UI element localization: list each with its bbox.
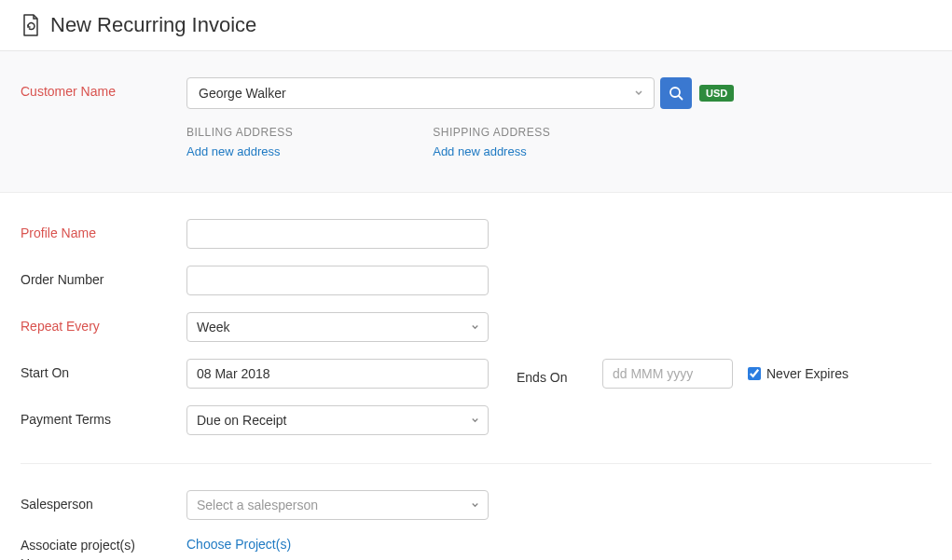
customer-section: Customer Name George Walker USD BILLING … xyxy=(0,51,952,193)
salesperson-select[interactable]: Select a salesperson xyxy=(186,490,489,520)
recurring-invoice-icon xyxy=(21,14,41,36)
salesperson-label: Salesperson xyxy=(21,490,186,512)
billing-address-heading: BILLING ADDRESS xyxy=(186,126,293,139)
repeat-every-value: Week xyxy=(197,320,230,335)
profile-name-input[interactable] xyxy=(186,219,489,249)
main-section: Profile Name Order Number Repeat Every W… xyxy=(0,193,952,560)
repeat-every-select[interactable]: Week xyxy=(186,312,489,342)
chevron-down-icon xyxy=(470,413,480,428)
shipping-address-column: SHIPPING ADDRESS Add new address xyxy=(433,126,550,158)
payment-terms-select[interactable]: Due on Receipt xyxy=(186,405,489,435)
choose-projects-link[interactable]: Choose Project(s) xyxy=(186,537,291,552)
order-number-input[interactable] xyxy=(186,266,489,295)
section-divider xyxy=(21,463,931,464)
payment-terms-label: Payment Terms xyxy=(21,405,186,427)
repeat-every-label: Repeat Every xyxy=(21,312,186,334)
never-expires-label: Never Expires xyxy=(766,366,849,381)
customer-search-button[interactable] xyxy=(660,77,692,109)
never-expires-wrapper[interactable]: Never Expires xyxy=(748,366,849,381)
chevron-down-icon xyxy=(470,498,480,512)
profile-name-label: Profile Name xyxy=(21,219,186,240)
billing-add-address-link[interactable]: Add new address xyxy=(186,144,293,158)
page-title: New Recurring Invoice xyxy=(50,13,256,37)
chevron-down-icon xyxy=(470,320,480,335)
start-on-label: Start On xyxy=(21,359,186,380)
salesperson-placeholder: Select a salesperson xyxy=(197,498,318,512)
ends-on-label: Ends On xyxy=(517,363,602,385)
currency-badge: USD xyxy=(699,85,734,102)
never-expires-checkbox[interactable] xyxy=(748,367,761,380)
chevron-down-icon xyxy=(633,86,644,101)
shipping-address-heading: SHIPPING ADDRESS xyxy=(433,126,550,139)
address-row: BILLING ADDRESS Add new address SHIPPING… xyxy=(186,126,931,158)
shipping-add-address-link[interactable]: Add new address xyxy=(433,144,550,158)
customer-name-label: Customer Name xyxy=(21,77,186,99)
page-header: New Recurring Invoice xyxy=(0,0,952,51)
payment-terms-value: Due on Receipt xyxy=(197,413,287,428)
start-on-input[interactable] xyxy=(186,359,489,389)
customer-name-value: George Walker xyxy=(199,86,286,101)
search-icon xyxy=(669,86,683,101)
customer-name-select[interactable]: George Walker xyxy=(186,77,655,109)
associate-projects-label: Associate project(s) Hours xyxy=(21,537,186,560)
ends-on-input[interactable] xyxy=(602,359,733,389)
billing-address-column: BILLING ADDRESS Add new address xyxy=(186,126,293,158)
order-number-label: Order Number xyxy=(21,266,186,287)
